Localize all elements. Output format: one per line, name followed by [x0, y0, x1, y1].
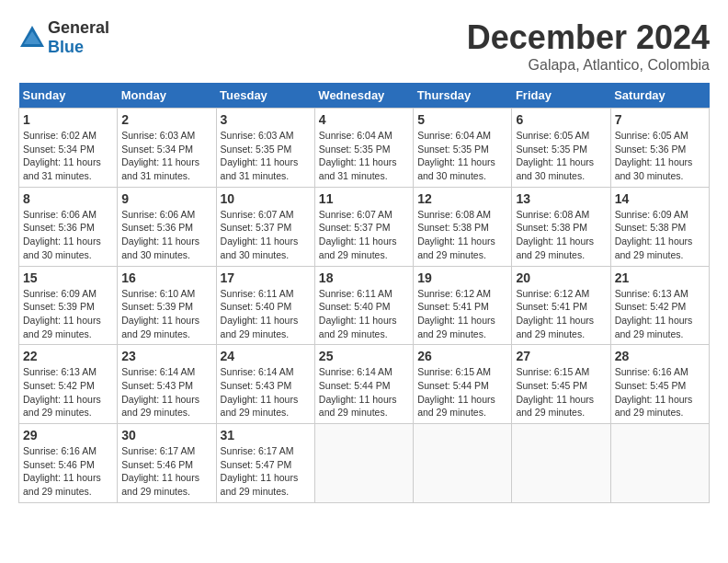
day-cell-3: 3 Sunrise: 6:03 AMSunset: 5:35 PMDayligh… — [216, 109, 314, 188]
day-number-22: 22 — [23, 349, 113, 363]
day-cell-19: 19 Sunrise: 6:12 AMSunset: 5:41 PMDaylig… — [414, 266, 512, 345]
day-number-23: 23 — [121, 349, 211, 363]
day-cell-8: 8 Sunrise: 6:06 AMSunset: 5:36 PMDayligh… — [19, 187, 118, 266]
day-info-16: Sunrise: 6:10 AMSunset: 5:39 PMDaylight:… — [121, 287, 211, 341]
day-info-17: Sunrise: 6:11 AMSunset: 5:40 PMDaylight:… — [221, 287, 311, 341]
day-cell-1: 1 Sunrise: 6:02 AMSunset: 5:34 PMDayligh… — [19, 109, 118, 188]
day-number-18: 18 — [319, 270, 409, 285]
empty-cell-c — [512, 424, 610, 503]
day-cell-11: 11 Sunrise: 6:07 AMSunset: 5:37 PMDaylig… — [314, 187, 413, 266]
day-cell-23: 23 Sunrise: 6:14 AMSunset: 5:43 PMDaylig… — [118, 345, 216, 424]
day-number-15: 15 — [23, 270, 113, 285]
page-header: General Blue December 2024 Galapa, Atlan… — [18, 18, 710, 74]
day-number-5: 5 — [417, 112, 507, 127]
day-info-3: Sunrise: 6:03 AMSunset: 5:35 PMDaylight:… — [221, 129, 311, 183]
day-cell-6: 6 Sunrise: 6:05 AMSunset: 5:35 PMDayligh… — [512, 109, 610, 188]
logo-general: General — [48, 18, 109, 37]
day-number-6: 6 — [516, 112, 606, 127]
day-info-21: Sunrise: 6:13 AMSunset: 5:42 PMDaylight:… — [615, 287, 705, 341]
month-title: December 2024 — [467, 18, 710, 57]
week-row-4: 22 Sunrise: 6:13 AMSunset: 5:42 PMDaylig… — [19, 345, 710, 424]
header-friday: Friday — [512, 83, 610, 109]
day-info-29: Sunrise: 6:16 AMSunset: 5:46 PMDaylight:… — [23, 444, 113, 499]
day-info-20: Sunrise: 6:12 AMSunset: 5:41 PMDaylight:… — [516, 287, 606, 341]
day-info-7: Sunrise: 6:05 AMSunset: 5:36 PMDaylight:… — [615, 129, 705, 183]
day-cell-18: 18 Sunrise: 6:11 AMSunset: 5:40 PMDaylig… — [314, 266, 413, 345]
day-number-28: 28 — [615, 349, 705, 363]
logo-blue: Blue — [48, 38, 84, 56]
day-number-17: 17 — [221, 270, 311, 285]
header-wednesday: Wednesday — [314, 83, 413, 109]
day-info-9: Sunrise: 6:06 AMSunset: 5:36 PMDaylight:… — [121, 208, 211, 262]
day-number-4: 4 — [319, 112, 409, 127]
empty-cell-b — [414, 424, 512, 503]
day-info-8: Sunrise: 6:06 AMSunset: 5:36 PMDaylight:… — [23, 208, 113, 262]
day-info-10: Sunrise: 6:07 AMSunset: 5:37 PMDaylight:… — [221, 208, 311, 262]
day-cell-7: 7 Sunrise: 6:05 AMSunset: 5:36 PMDayligh… — [610, 109, 709, 188]
day-number-30: 30 — [121, 428, 211, 442]
day-cell-26: 26 Sunrise: 6:15 AMSunset: 5:44 PMDaylig… — [414, 345, 512, 424]
day-number-9: 9 — [121, 191, 211, 206]
day-cell-17: 17 Sunrise: 6:11 AMSunset: 5:40 PMDaylig… — [216, 266, 314, 345]
day-number-13: 13 — [516, 191, 606, 206]
day-cell-5: 5 Sunrise: 6:04 AMSunset: 5:35 PMDayligh… — [414, 109, 512, 188]
day-info-4: Sunrise: 6:04 AMSunset: 5:35 PMDaylight:… — [319, 129, 409, 183]
day-cell-20: 20 Sunrise: 6:12 AMSunset: 5:41 PMDaylig… — [512, 266, 610, 345]
day-cell-4: 4 Sunrise: 6:04 AMSunset: 5:35 PMDayligh… — [314, 109, 413, 188]
logo: General Blue — [18, 18, 109, 57]
calendar-table: Sunday Monday Tuesday Wednesday Thursday… — [18, 83, 710, 503]
day-number-8: 8 — [23, 191, 113, 206]
day-cell-21: 21 Sunrise: 6:13 AMSunset: 5:42 PMDaylig… — [610, 266, 709, 345]
day-info-22: Sunrise: 6:13 AMSunset: 5:42 PMDaylight:… — [23, 365, 113, 419]
day-info-26: Sunrise: 6:15 AMSunset: 5:44 PMDaylight:… — [417, 365, 507, 419]
day-info-23: Sunrise: 6:14 AMSunset: 5:43 PMDaylight:… — [121, 365, 211, 419]
day-info-12: Sunrise: 6:08 AMSunset: 5:38 PMDaylight:… — [417, 208, 507, 262]
day-number-21: 21 — [615, 270, 705, 285]
day-number-2: 2 — [121, 112, 211, 127]
day-cell-25: 25 Sunrise: 6:14 AMSunset: 5:44 PMDaylig… — [314, 345, 413, 424]
header-saturday: Saturday — [610, 83, 709, 109]
day-cell-13: 13 Sunrise: 6:08 AMSunset: 5:38 PMDaylig… — [512, 187, 610, 266]
logo-icon — [18, 24, 46, 52]
day-info-27: Sunrise: 6:15 AMSunset: 5:45 PMDaylight:… — [516, 365, 606, 419]
day-info-19: Sunrise: 6:12 AMSunset: 5:41 PMDaylight:… — [417, 287, 507, 341]
day-number-10: 10 — [221, 191, 311, 206]
day-info-13: Sunrise: 6:08 AMSunset: 5:38 PMDaylight:… — [516, 208, 606, 262]
week-row-1: 1 Sunrise: 6:02 AMSunset: 5:34 PMDayligh… — [19, 109, 710, 188]
day-info-31: Sunrise: 6:17 AMSunset: 5:47 PMDaylight:… — [221, 444, 311, 499]
empty-cell-a — [314, 424, 413, 503]
day-info-2: Sunrise: 6:03 AMSunset: 5:34 PMDaylight:… — [121, 129, 211, 183]
day-number-3: 3 — [221, 112, 311, 127]
day-cell-30: 30 Sunrise: 6:17 AMSunset: 5:46 PMDaylig… — [118, 424, 216, 503]
day-info-25: Sunrise: 6:14 AMSunset: 5:44 PMDaylight:… — [319, 365, 409, 419]
header-tuesday: Tuesday — [216, 83, 314, 109]
day-cell-31: 31 Sunrise: 6:17 AMSunset: 5:47 PMDaylig… — [216, 424, 314, 503]
day-number-27: 27 — [516, 349, 606, 363]
day-cell-14: 14 Sunrise: 6:09 AMSunset: 5:38 PMDaylig… — [610, 187, 709, 266]
day-cell-12: 12 Sunrise: 6:08 AMSunset: 5:38 PMDaylig… — [414, 187, 512, 266]
day-cell-2: 2 Sunrise: 6:03 AMSunset: 5:34 PMDayligh… — [118, 109, 216, 188]
day-cell-28: 28 Sunrise: 6:16 AMSunset: 5:45 PMDaylig… — [610, 345, 709, 424]
title-section: December 2024 Galapa, Atlantico, Colombi… — [467, 18, 710, 74]
week-row-5: 29 Sunrise: 6:16 AMSunset: 5:46 PMDaylig… — [19, 424, 710, 503]
day-cell-22: 22 Sunrise: 6:13 AMSunset: 5:42 PMDaylig… — [19, 345, 118, 424]
week-row-2: 8 Sunrise: 6:06 AMSunset: 5:36 PMDayligh… — [19, 187, 710, 266]
day-number-26: 26 — [417, 349, 507, 363]
day-info-6: Sunrise: 6:05 AMSunset: 5:35 PMDaylight:… — [516, 129, 606, 183]
empty-cell-d — [610, 424, 709, 503]
day-number-11: 11 — [319, 191, 409, 206]
day-number-14: 14 — [615, 191, 705, 206]
day-number-7: 7 — [615, 112, 705, 127]
day-info-5: Sunrise: 6:04 AMSunset: 5:35 PMDaylight:… — [417, 129, 507, 183]
day-number-24: 24 — [221, 349, 311, 363]
day-number-31: 31 — [221, 428, 311, 442]
day-number-12: 12 — [417, 191, 507, 206]
week-row-3: 15 Sunrise: 6:09 AMSunset: 5:39 PMDaylig… — [19, 266, 710, 345]
day-number-20: 20 — [516, 270, 606, 285]
day-cell-16: 16 Sunrise: 6:10 AMSunset: 5:39 PMDaylig… — [118, 266, 216, 345]
day-info-24: Sunrise: 6:14 AMSunset: 5:43 PMDaylight:… — [221, 365, 311, 419]
day-info-1: Sunrise: 6:02 AMSunset: 5:34 PMDaylight:… — [23, 129, 113, 183]
day-info-14: Sunrise: 6:09 AMSunset: 5:38 PMDaylight:… — [615, 208, 705, 262]
day-number-19: 19 — [417, 270, 507, 285]
day-cell-27: 27 Sunrise: 6:15 AMSunset: 5:45 PMDaylig… — [512, 345, 610, 424]
